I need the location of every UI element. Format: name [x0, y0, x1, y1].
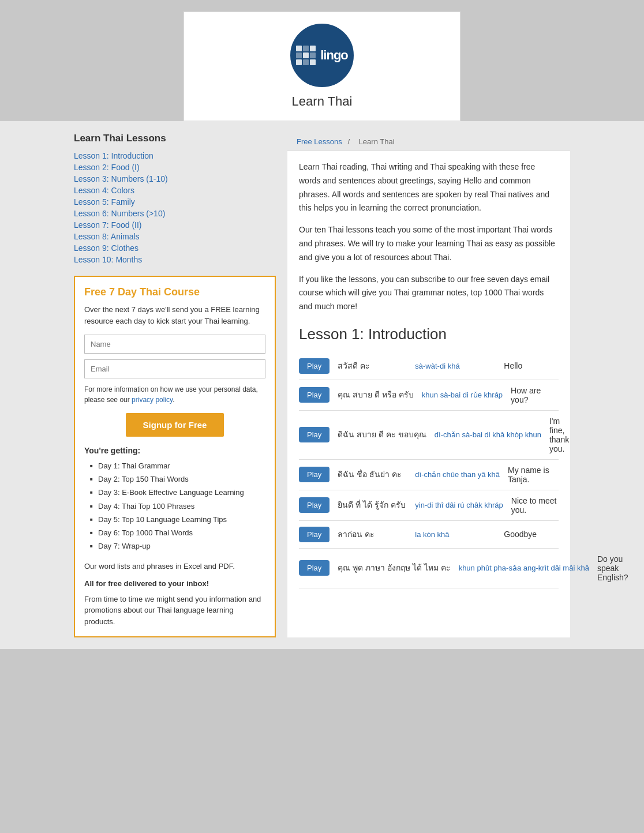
getting-item: Day 3: E-Book Effective Language Learnin…	[90, 487, 265, 498]
signup-button[interactable]: Signup for Free	[126, 413, 224, 437]
privacy-text-after: .	[173, 396, 174, 404]
lesson-row: Play ลาก่อน คะ la kòn khâ Goodbye	[299, 521, 559, 549]
content-area: Free Lessons / Learn Thai Learn Thai rea…	[287, 133, 570, 637]
sidebar-link[interactable]: Lesson 4: Colors	[74, 186, 134, 195]
header-card: lingo Learn Thai	[184, 12, 460, 121]
romanized-text: dì-chǎn chûe than yâ khâ	[415, 469, 500, 481]
sidebar-item[interactable]: Lesson 3: Numbers (1-10)	[74, 174, 276, 183]
getting-title: You're getting:	[84, 446, 265, 455]
lesson-row: Play ดิฉัน ชื่อ ธันย่า คะ dì-chǎn chûe t…	[299, 460, 559, 490]
english-text: Hello	[504, 361, 559, 370]
sidebar-item[interactable]: Lesson 4: Colors	[74, 186, 276, 195]
getting-item: Day 2: Top 150 Thai Words	[90, 474, 265, 485]
intro-para-2: Our ten Thai lessons teach you some of t…	[299, 223, 559, 264]
getting-item: Day 6: Top 1000 Thai Words	[90, 528, 265, 538]
thai-text: คุณ พูด ภาษา อังกฤษ ได้ ไหม คะ	[338, 562, 450, 574]
sidebar-link[interactable]: Lesson 7: Food (II)	[74, 220, 142, 230]
breadcrumb-free-lessons[interactable]: Free Lessons	[297, 137, 342, 146]
free-course-box: Free 7 Day Thai Course Over the next 7 d…	[74, 276, 276, 637]
lesson-heading: Lesson 1: Introduction	[299, 325, 559, 343]
thai-text: ดิฉัน สบาย ดี คะ ขอบคุณ	[338, 429, 426, 441]
sidebar-item[interactable]: Lesson 2: Food (I)	[74, 163, 276, 172]
romanized-text: khun phût pha-sǎa ang-krìt dâi mâi khâ	[459, 562, 589, 574]
all-free-note: All for free delivered to your inbox!	[84, 579, 265, 588]
breadcrumb-separator: /	[347, 137, 350, 146]
thai-text: ดิฉัน ชื่อ ธันย่า คะ	[338, 468, 407, 481]
play-button[interactable]: Play	[299, 527, 330, 542]
getting-item: Day 7: Wrap-up	[90, 541, 265, 551]
header-title: Learn Thai	[292, 94, 353, 109]
main-container: Learn Thai Lessons Lesson 1: Introductio…	[74, 121, 570, 649]
free-course-desc: Over the next 7 days we'll send you a FR…	[84, 304, 265, 327]
english-text: How are you?	[511, 386, 559, 404]
sidebar-link[interactable]: Lesson 2: Food (I)	[74, 163, 140, 172]
english-text: Goodbye	[504, 530, 559, 539]
free-course-title: Free 7 Day Thai Course	[84, 286, 265, 298]
getting-item: Day 5: Top 10 Language Learning Tips	[90, 515, 265, 525]
intro-para-1: Learn Thai reading, Thai writing and Tha…	[299, 160, 559, 215]
thai-text: ยินดี ที่ ได้ รู้จัก ครับ	[338, 499, 407, 511]
sidebar-link[interactable]: Lesson 8: Animals	[74, 232, 140, 241]
lesson-row: Play ดิฉัน สบาย ดี คะ ขอบคุณ dì-chǎn sà-…	[299, 411, 559, 460]
english-text: My name is Tanja.	[508, 466, 559, 484]
english-text: Nice to meet you.	[511, 496, 559, 515]
sidebar-link[interactable]: Lesson 5: Family	[74, 197, 135, 207]
sidebar-item[interactable]: Lesson 1: Introduction	[74, 151, 276, 160]
word-lists-note: Our word lists and phrases in Excel and …	[84, 561, 265, 572]
getting-item: Day 4: Thai Top 100 Phrases	[90, 501, 265, 512]
play-button[interactable]: Play	[299, 358, 330, 374]
lesson-row: Play สวัสดี คะ sà-wàt-di khá Hello	[299, 352, 559, 380]
sidebar-link[interactable]: Lesson 9: Clothes	[74, 243, 138, 253]
promo-note: From time to time we might send you info…	[84, 594, 265, 628]
thai-text: คุณ สบาย ดี หรือ ครับ	[338, 389, 414, 401]
lesson-rows: Play สวัสดี คะ sà-wàt-di khá Hello Play …	[299, 352, 559, 588]
thai-text: ลาก่อน คะ	[338, 528, 407, 541]
sidebar-item[interactable]: Lesson 8: Animals	[74, 232, 276, 241]
play-button[interactable]: Play	[299, 497, 330, 513]
sidebar-link[interactable]: Lesson 3: Numbers (1-10)	[74, 174, 168, 183]
email-input[interactable]	[84, 359, 265, 378]
logo-circle: lingo	[290, 24, 354, 87]
intro-para-3: If you like the lessons, you can subscri…	[299, 273, 559, 314]
breadcrumb: Free Lessons / Learn Thai	[287, 133, 570, 151]
romanized-text: sà-wàt-di khá	[415, 361, 496, 372]
main-wrapper: Learn Thai Lessons Lesson 1: Introductio…	[0, 121, 644, 649]
lesson-row: Play คุณ สบาย ดี หรือ ครับ khun sà-bai d…	[299, 380, 559, 411]
romanized-text: dì-chǎn sà-bai di khâ khòp khun	[435, 429, 541, 441]
getting-list: Day 1: Thai Grammar Day 2: Top 150 Thai …	[84, 461, 265, 551]
sidebar: Learn Thai Lessons Lesson 1: Introductio…	[74, 133, 287, 637]
sidebar-link[interactable]: Lesson 10: Months	[74, 255, 142, 264]
english-text: I'm fine, thank you.	[549, 416, 569, 453]
privacy-policy-link[interactable]: privacy policy	[132, 396, 173, 404]
english-text: Do you speak English?	[597, 554, 628, 582]
getting-item: Day 1: Thai Grammar	[90, 461, 265, 471]
name-input[interactable]	[84, 335, 265, 354]
logo-grid	[296, 46, 316, 65]
sidebar-link[interactable]: Lesson 1: Introduction	[74, 151, 153, 160]
romanized-text: khun sà-bai di rǔe khráp	[422, 389, 503, 401]
play-button[interactable]: Play	[299, 560, 330, 576]
content-body: Learn Thai reading, Thai writing and Tha…	[287, 151, 570, 598]
play-button[interactable]: Play	[299, 387, 330, 403]
play-button[interactable]: Play	[299, 467, 330, 482]
sidebar-item[interactable]: Lesson 7: Food (II)	[74, 220, 276, 230]
sidebar-item[interactable]: Lesson 10: Months	[74, 255, 276, 264]
privacy-note: For more information on how we use your …	[84, 384, 265, 405]
thai-text: สวัสดี คะ	[338, 360, 407, 372]
romanized-text: yin-di thî dâi rú châk khráp	[415, 500, 503, 511]
sidebar-item[interactable]: Lesson 6: Numbers (>10)	[74, 209, 276, 218]
sidebar-links: Lesson 1: Introduction Lesson 2: Food (I…	[74, 151, 276, 264]
sidebar-item[interactable]: Lesson 9: Clothes	[74, 243, 276, 253]
sidebar-title: Learn Thai Lessons	[74, 133, 276, 144]
logo-inner: lingo	[296, 46, 348, 65]
sidebar-item[interactable]: Lesson 5: Family	[74, 197, 276, 207]
sidebar-link[interactable]: Lesson 6: Numbers (>10)	[74, 209, 165, 218]
play-button[interactable]: Play	[299, 427, 330, 442]
breadcrumb-current: Learn Thai	[359, 137, 395, 146]
header-wrapper: lingo Learn Thai	[0, 0, 644, 121]
lesson-row: Play คุณ พูด ภาษา อังกฤษ ได้ ไหม คะ khun…	[299, 549, 559, 588]
lesson-row: Play ยินดี ที่ ได้ รู้จัก ครับ yin-di th…	[299, 490, 559, 521]
romanized-text: la kòn khâ	[415, 529, 496, 541]
logo-text: lingo	[320, 48, 348, 63]
